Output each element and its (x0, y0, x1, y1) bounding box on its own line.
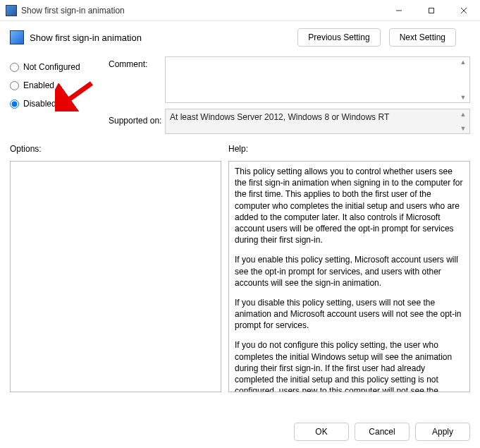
radio-not-configured-label: Not Configured (23, 62, 80, 72)
supported-on-value: At least Windows Server 2012, Windows 8 … (170, 112, 389, 122)
supported-label: Supported on: (109, 114, 165, 133)
state-radios: Not Configured Enabled Disabled (10, 55, 109, 134)
section-labels: Options: Help: (0, 134, 480, 161)
window-controls (383, 0, 480, 20)
window-icon (6, 5, 17, 16)
scroll-down-icon[interactable]: ▼ (460, 94, 467, 101)
radio-enabled-label: Enabled (23, 80, 54, 90)
help-paragraph: If you disable this policy setting, user… (235, 297, 464, 332)
nav-buttons: Previous Setting Next Setting (297, 28, 456, 47)
options-label: Options: (10, 144, 221, 154)
config-area: Not Configured Enabled Disabled Comment:… (0, 51, 480, 134)
comment-scrollbar[interactable]: ▲ ▼ (458, 59, 468, 101)
minimize-button[interactable] (383, 0, 415, 20)
radio-enabled-input[interactable] (10, 81, 19, 90)
help-paragraph: If you do not configure this policy sett… (235, 339, 464, 392)
policy-icon (10, 30, 24, 44)
field-labels: Comment: Supported on: (109, 55, 165, 134)
options-panel (10, 161, 221, 392)
radio-enabled[interactable]: Enabled (10, 76, 109, 95)
previous-setting-button[interactable]: Previous Setting (297, 28, 380, 47)
help-paragraph: This policy setting allows you to contro… (235, 166, 464, 246)
dialog-buttons: OK Cancel Apply (294, 423, 470, 441)
policy-title: Show first sign-in animation (30, 32, 297, 43)
scroll-down-icon[interactable]: ▼ (460, 125, 467, 132)
apply-button[interactable]: Apply (415, 423, 470, 441)
field-values: ▲ ▼ At least Windows Server 2012, Window… (165, 55, 470, 134)
ok-button[interactable]: OK (294, 423, 349, 441)
policy-header: Show first sign-in animation Previous Se… (0, 21, 480, 51)
svg-rect-1 (429, 8, 434, 13)
supported-scrollbar[interactable]: ▲ ▼ (458, 111, 468, 132)
help-label: Help: (228, 144, 470, 154)
close-button[interactable] (448, 0, 480, 20)
radio-disabled-input[interactable] (10, 99, 19, 109)
supported-on-box: At least Windows Server 2012, Windows 8 … (165, 109, 470, 134)
window-title: Show first sign-in animation (21, 6, 383, 16)
next-setting-button[interactable]: Next Setting (389, 28, 456, 47)
radio-not-configured[interactable]: Not Configured (10, 58, 109, 76)
panels: This policy setting allows you to contro… (0, 161, 480, 392)
help-panel: This policy setting allows you to contro… (228, 161, 470, 392)
radio-not-configured-input[interactable] (10, 63, 19, 72)
radio-disabled[interactable]: Disabled (10, 95, 109, 113)
scroll-up-icon[interactable]: ▲ (460, 59, 467, 66)
scroll-up-icon[interactable]: ▲ (460, 111, 467, 118)
titlebar: Show first sign-in animation (0, 0, 480, 21)
cancel-button[interactable]: Cancel (355, 423, 410, 441)
maximize-button[interactable] (415, 0, 448, 20)
help-paragraph: If you enable this policy setting, Micro… (235, 254, 464, 289)
radio-disabled-label: Disabled (23, 99, 56, 109)
comment-textarea[interactable]: ▲ ▼ (165, 56, 470, 103)
comment-label: Comment: (109, 58, 165, 76)
